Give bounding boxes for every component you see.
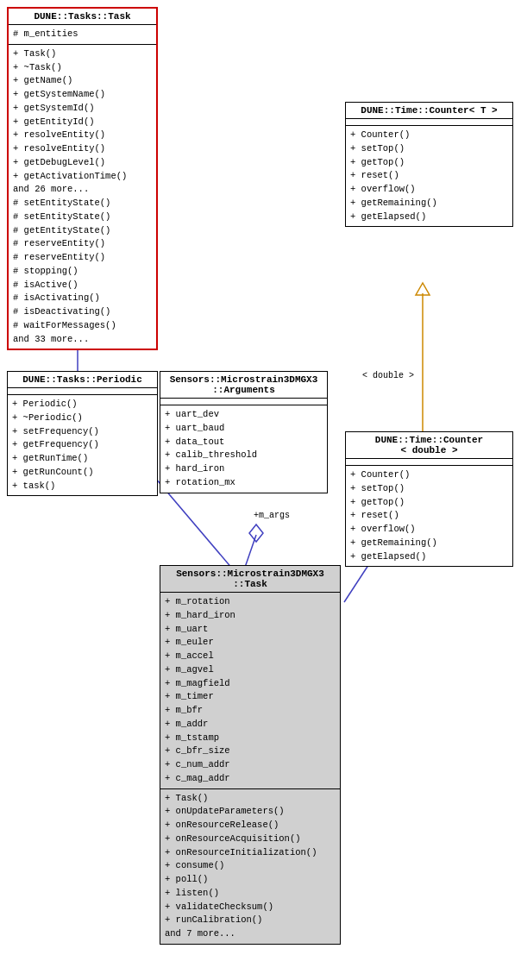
periodic-methods: + Periodic() + ~Periodic() + setFrequenc…: [8, 395, 157, 495]
counter-t-methods: + Counter() + setTop() + getTop() + rese…: [346, 126, 512, 226]
counter-double-methods: + Counter() + setTop() + getTop() + rese…: [346, 466, 512, 566]
svg-text:+m_args: +m_args: [254, 511, 290, 520]
main-task-methods: + Task() + onUpdateParameters() + onReso…: [160, 789, 340, 944]
arguments-empty: [160, 399, 327, 405]
arguments-fields: + uart_dev + uart_baud + data_tout + cal…: [160, 405, 327, 493]
counter-t-title: DUNE::Time::Counter< T >: [346, 103, 512, 119]
svg-marker-5: [416, 283, 430, 295]
periodic-box: DUNE::Tasks::Periodic + Periodic() + ~Pe…: [7, 371, 158, 496]
task-entities: # m_entities: [9, 25, 156, 45]
counter-double-title: DUNE::Time::Counter< double >: [346, 432, 512, 459]
periodic-empty: [8, 388, 157, 395]
task-methods: + Task() + ~Task() + getName() + getSyst…: [9, 45, 156, 349]
counter-t-empty: [346, 119, 512, 126]
counter-t-box: DUNE::Time::Counter< T > + Counter() + s…: [345, 102, 513, 227]
main-task-box: Sensors::Microstrain3DMGX3::Task + m_rot…: [160, 565, 341, 945]
counter-double-box: DUNE::Time::Counter< double > + Counter(…: [345, 431, 513, 567]
arguments-title: Sensors::Microstrain3DMGX3::Arguments: [160, 372, 327, 399]
diagram-container: < double > +m_args +m_wdog DUNE::Tasks::…: [0, 0, 521, 980]
svg-marker-8: [249, 525, 263, 542]
task-box: DUNE::Tasks::Task # m_entities + Task() …: [7, 7, 158, 350]
arguments-box: Sensors::Microstrain3DMGX3::Arguments + …: [160, 371, 328, 493]
main-task-fields: + m_rotation + m_hard_iron + m_uart + m_…: [160, 593, 340, 789]
main-task-title: Sensors::Microstrain3DMGX3::Task: [160, 566, 340, 593]
periodic-title: DUNE::Tasks::Periodic: [8, 372, 157, 388]
counter-double-empty: [346, 459, 512, 466]
task-title: DUNE::Tasks::Task: [9, 9, 156, 25]
svg-text:< double >: < double >: [362, 371, 414, 380]
